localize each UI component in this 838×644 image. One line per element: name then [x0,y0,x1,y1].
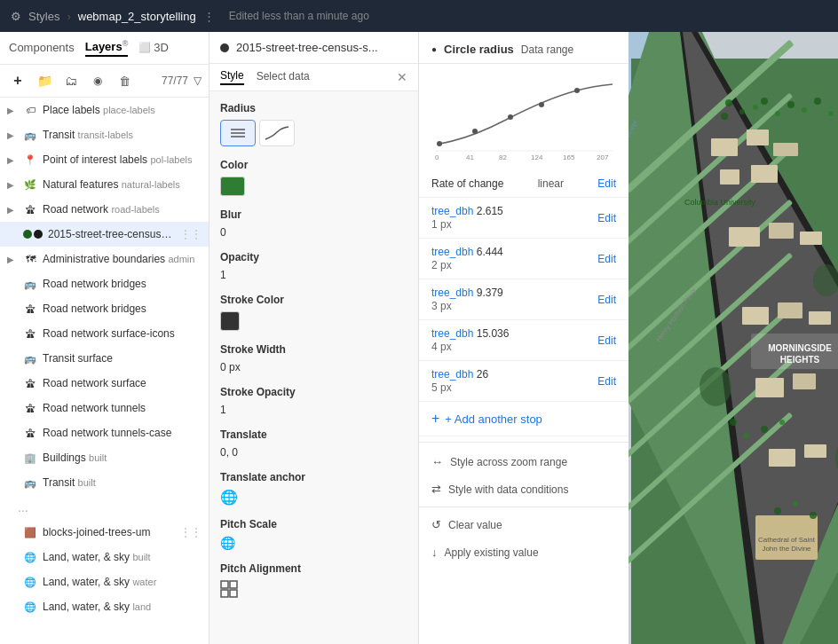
layer-item-natural-labels[interactable]: ▶ 🌿 Natural features natural-labels [0,172,209,197]
stop-edit-button[interactable]: Edit [597,212,616,224]
stop-key: tree_dbh 2.615 [431,205,503,217]
layer-item-road-surface-icons[interactable]: ▶ 🛣 Road network surface-icons [0,321,209,346]
radius-curve-option[interactable] [259,120,295,146]
opacity-value: 1 [220,269,407,281]
layer-item-buildings[interactable]: ▶ 🏢 Buildings built [0,445,209,470]
tab-3d[interactable]: ⬜ 3D [138,41,169,56]
breadcrumb-styles[interactable]: Styles [28,10,59,23]
tab-style[interactable]: Style [220,69,244,85]
layer-menu-icon[interactable]: ⋮⋮ [180,228,202,240]
stroke-width-value: 0 px [220,361,407,373]
layer-item-tree-subset[interactable]: ▶ 2015-street-tree-census-subset ⋮⋮ [0,222,209,247]
stroke-color-swatch[interactable] [220,311,240,331]
transit-surface-icon: 🚌 [23,351,37,365]
stop-edit-button-2[interactable]: Edit [597,253,616,265]
layer-item-transit-bridges[interactable]: ▶ 🚌 Road network bridges [0,271,209,296]
tab-select-data[interactable]: Select data [257,70,310,84]
stop-edit-button-5[interactable]: Edit [597,375,616,388]
style-data-conditions-button[interactable]: ⇄ Style with data conditions [419,475,628,503]
svg-point-63 [787,101,795,108]
add-another-stop-button[interactable]: + + Add another stop [419,402,628,436]
svg-text:207: 207 [597,153,609,161]
svg-rect-33 [711,138,738,156]
radius-label: Radius [220,102,407,114]
layer-name: Natural features natural-labels [43,178,202,191]
svg-point-58 [739,109,745,114]
layer-item-poi-labels[interactable]: ▶ 📍 Point of interest labels pol-labels [0,147,209,172]
chevron-icon: ▶ [7,205,18,215]
svg-text:41: 41 [466,153,474,161]
color-swatch[interactable] [220,177,245,196]
layer-item-blocks-trees[interactable]: ▶ 🟫 blocks-joined-trees-um ⋮⋮ [0,520,209,545]
natural-icon: 🌿 [23,177,37,192]
map-svg: Cathedral of Saint John the Divine MORNI… [628,32,838,644]
breadcrumb-map[interactable]: webmap_2_storytelling [78,10,196,23]
layer-count: 77/77 [162,75,188,87]
divider-1 [419,442,628,443]
layer-item-road-surface[interactable]: ▶ 🛣 Road network surface [0,371,209,396]
tab-layers[interactable]: Layers® [85,39,129,57]
apply-existing-value-button[interactable]: ↓ Apply existing value [419,538,628,566]
layer-item-transit-surface[interactable]: ▶ 🚌 Transit surface [0,346,209,371]
clear-value-button[interactable]: ↺ Clear value [419,511,628,538]
chevron-icon: ▶ [7,528,18,538]
chevron-icon: ▶ [7,577,18,587]
layer-toolbar: + 📁 🗂 ◉ 🗑 77/77 ▽ [0,65,209,98]
chevron-icon: ▶ [7,453,18,463]
layer-group-button[interactable]: 🗂 [60,70,82,91]
stop-edit-button-4[interactable]: Edit [597,334,616,347]
layer-folder-button[interactable]: 📁 [34,70,55,91]
pitch-scale-label: Pitch Scale [220,518,407,530]
stop-key-value: 2.615 [477,205,503,217]
svg-rect-34 [747,130,769,145]
translate-anchor-icon[interactable]: 🌐 [220,489,407,506]
filter-icon[interactable]: ▽ [194,75,202,87]
layer-item-place-labels[interactable]: ▶ 🏷 Place labels place-labels [0,98,209,122]
stop-px: 2 px [431,259,503,271]
map-area[interactable]: Cathedral of Saint John the Divine MORNI… [628,32,838,644]
layer-name: Buildings built [43,452,202,464]
blur-value: 0 [220,226,407,239]
pitch-alignment-icon[interactable] [220,580,407,601]
pitch-scale-icon[interactable]: 🌐 [220,536,407,550]
svg-point-8 [437,141,442,146]
layer-item-transit-built[interactable]: ▶ 🚌 Transit built [0,470,209,495]
svg-rect-44 [755,378,784,397]
topbar-menu-dots[interactable]: ⋮ [203,10,215,23]
stroke-opacity-value: 1 [220,404,407,416]
svg-point-71 [744,433,749,438]
layer-delete-button[interactable]: 🗑 [114,70,135,91]
layer-item-road-bridges[interactable]: ▶ 🛣 Road network bridges [0,296,209,321]
add-stop-plus-icon: + [431,411,439,427]
rate-edit-button[interactable]: Edit [597,177,616,190]
svg-point-61 [761,98,768,105]
chevron-icon: ▶ [7,553,18,562]
layer-name: blocks-joined-trees-um [43,526,175,538]
layer-item-road-tunnels[interactable]: ▶ 🛣 Road network tunnels [0,396,209,420]
layer-item-road-tunnels-case[interactable]: ▶ 🛣 Road network tunnels-case [0,420,209,445]
tab-components[interactable]: Components [9,41,75,56]
close-panel-button[interactable]: ✕ [397,70,407,84]
add-layer-button[interactable]: + [7,70,28,91]
layer-visibility-button[interactable]: ◉ [87,70,108,91]
road-surface-icon: 🛣 [23,326,37,341]
chevron-icon: ▶ [7,279,18,289]
layer-item-land-water[interactable]: ▶ 🌐 Land, water, & sky water [0,569,209,594]
stop-edit-button-3[interactable]: Edit [597,294,616,306]
road-tunnelcase-icon: 🛣 [23,426,37,440]
stop-key: tree_dbh 26 [431,368,488,381]
data-chart: 0 41 82 124 165 207 [431,71,616,160]
layer-item-admin[interactable]: ▶ 🗺 Administrative boundaries admin [0,247,209,271]
topbar-edited: Edited less than a minute ago [229,10,369,22]
color-label: Color [220,159,407,171]
translate-label: Translate [220,428,407,441]
layer-item-land-built[interactable]: ▶ 🌐 Land, water, & sky built [0,545,209,569]
topbar: ⚙ Styles › webmap_2_storytelling ⋮ Edite… [0,0,838,32]
layer-item-land-land[interactable]: ▶ 🌐 Land, water, & sky land [0,594,209,619]
layer-item-road-labels[interactable]: ▶ 🛣 Road network road-labels [0,197,209,222]
stop-key-label: tree_dbh [431,205,473,217]
block-menu-icon[interactable]: ⋮⋮ [180,526,202,538]
style-across-zoom-button[interactable]: ↔ Style across zoom range [419,448,628,475]
layer-item-transit-labels[interactable]: ▶ 🚌 Transit transit-labels [0,122,209,147]
radius-list-option[interactable] [220,120,256,146]
